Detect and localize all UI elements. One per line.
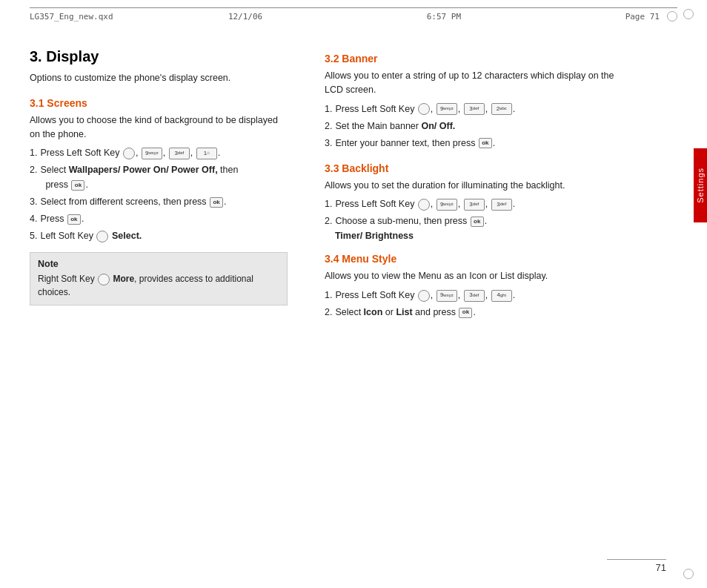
key-4ghi-icon: 4ghi: [491, 290, 512, 302]
step-1-3: 3. Select from different screens, then p…: [30, 194, 288, 209]
note-title: Note: [38, 259, 279, 269]
soft-key-icon: [96, 231, 108, 242]
step-1-5: 5. Left Soft Key Select.: [30, 228, 288, 243]
step-num: 2.: [325, 214, 332, 228]
section4-title: 3.4 Menu Style: [325, 253, 628, 265]
key-1-icon: 1⌂: [196, 148, 217, 159]
step-1-4: 4. Press ok.: [30, 211, 288, 226]
step-num: 1.: [325, 288, 332, 303]
step-num: 1.: [325, 102, 332, 116]
step-num: 2.: [325, 119, 332, 133]
step-4-2: 2. Select Icon or List and press ok.: [325, 305, 628, 320]
note-body: Right Soft Key More, provides access to …: [38, 272, 279, 299]
soft-key-icon: [418, 199, 430, 211]
soft-key-icon: [123, 148, 135, 159]
step-content: Set the Main banner On/ Off.: [335, 119, 628, 133]
key-9wxyz-icon: 9wxyz: [437, 103, 457, 115]
step-2-1: 1. Press Left Soft Key , 9wxyz, 3def, 2a…: [325, 102, 628, 116]
right-soft-key-icon: [98, 274, 110, 285]
main-content: 3. Display Options to customize the phon…: [30, 41, 666, 558]
ok-key-icon: ok: [459, 308, 472, 318]
soft-key-icon: [418, 290, 430, 302]
key-2abc-icon: 2abc: [491, 103, 512, 115]
page-info: Page 71: [625, 12, 660, 22]
key-3def-icon: 3def: [464, 199, 485, 211]
binding-circle-top-icon: [683, 9, 694, 19]
ok-key-icon: ok: [479, 138, 492, 148]
section2-title: 3.2 Banner: [325, 53, 628, 65]
key-3def-icon: 3def: [464, 103, 485, 115]
step-3-1: 1. Press Left Soft Key , 9wxyz, 3def, 3d…: [325, 196, 628, 211]
step-1-2: 2. Select Wallpapers/ Power On/ Power Of…: [30, 162, 288, 192]
step-num: 1.: [325, 196, 332, 211]
step-num: 1.: [30, 145, 37, 160]
step-num: 5.: [30, 228, 37, 243]
soft-key-icon: [418, 103, 430, 115]
key-3def-icon: 3def: [464, 290, 485, 302]
step-3-2: 2. Choose a sub-menu, then press ok.: [325, 214, 628, 228]
ok-key-icon: ok: [71, 180, 84, 191]
step-num: 4.: [30, 211, 37, 226]
key-3def2-icon: 3def: [491, 199, 512, 211]
section1-title: 3.1 Screens: [30, 97, 288, 109]
right-column: 3.2 Banner Allows you to enter a string …: [310, 41, 628, 558]
step-num: 2.: [30, 162, 37, 177]
step-content: Enter your banner text, then press ok.: [335, 136, 628, 151]
header-circle-icon: [667, 11, 677, 22]
step-content: Select Icon or List and press ok.: [335, 305, 628, 320]
step-content: Left Soft Key Select.: [40, 228, 288, 243]
page-header: LG357_Eng_new.qxd 12/1/06 6:57 PM Page 7…: [30, 7, 677, 22]
file-time: 6:57 PM: [427, 12, 620, 22]
binding-circle-bottom-icon: [683, 569, 694, 579]
bottom-line: [607, 559, 666, 560]
key-9wxyz-icon: 9wxyz: [437, 290, 457, 302]
step-num: 3.: [325, 136, 332, 151]
page-number: 71: [656, 562, 666, 573]
key-9wxyz-icon: 9wxyz: [437, 199, 457, 211]
step-content: Choose a sub-menu, then press ok.: [335, 214, 628, 228]
file-date: 12/1/06: [228, 12, 421, 22]
section2-body: Allows you to enter a string of up to 12…: [325, 69, 628, 97]
step-content: Select from different screens, then pres…: [40, 194, 288, 209]
timer-brightness-label: Timer/ Brightness: [325, 231, 628, 241]
ok-key-icon: ok: [67, 214, 81, 225]
section3-title: 3.3 Backlight: [325, 162, 628, 174]
step-1-1: 1. Press Left Soft Key , 9wxyz, 3def, 1⌂…: [30, 145, 288, 160]
step-content: Select Wallpapers/ Power On/ Power Off, …: [40, 162, 288, 192]
step-content: Press Left Soft Key , 9wxyz, 3def, 2abc.: [335, 102, 628, 116]
filename: LG357_Eng_new.qxd: [30, 12, 222, 22]
left-column: 3. Display Options to customize the phon…: [30, 41, 310, 558]
settings-tab: Settings: [694, 148, 707, 222]
section4-body: Allows you to view the Menu as an Icon o…: [325, 269, 628, 283]
step-num: 2.: [325, 305, 332, 320]
note-box: Note Right Soft Key More, provides acces…: [30, 252, 288, 305]
settings-tab-label: Settings: [696, 168, 705, 203]
key-9wxyz-icon: 9wxyz: [142, 148, 162, 159]
step-4-1: 1. Press Left Soft Key , 9wxyz, 3def, 4g…: [325, 288, 628, 303]
section3-body: Allows you to set the duration for illum…: [325, 179, 628, 193]
ok-key-icon: ok: [471, 217, 484, 227]
main-title: 3. Display: [30, 48, 288, 65]
step-content: Press ok.: [40, 211, 288, 226]
step-num: 3.: [30, 194, 37, 209]
key-3def-icon: 3def: [169, 148, 190, 159]
step-content: Press Left Soft Key , 9wxyz, 3def, 3def.: [335, 196, 628, 211]
ok-key-icon: ok: [210, 197, 223, 208]
step-2-3: 3. Enter your banner text, then press ok…: [325, 136, 628, 151]
step-content: Press Left Soft Key , 9wxyz, 3def, 1⌂.: [40, 145, 288, 160]
step-content: Press Left Soft Key , 9wxyz, 3def, 4ghi.: [335, 288, 628, 303]
main-body: Options to customize the phone's display…: [30, 71, 288, 85]
step-2-2: 2. Set the Main banner On/ Off.: [325, 119, 628, 133]
section1-body: Allows you to choose the kind of backgro…: [30, 113, 288, 142]
